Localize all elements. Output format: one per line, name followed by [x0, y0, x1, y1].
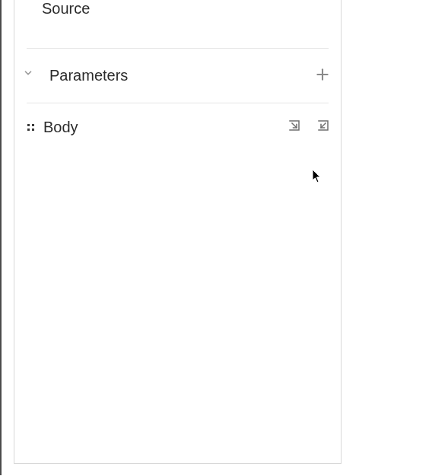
svg-line-6 [292, 123, 297, 128]
svg-rect-2 [27, 124, 30, 126]
export-icon[interactable] [315, 117, 332, 134]
parameters-row[interactable]: Parameters [27, 49, 329, 103]
body-actions [286, 117, 332, 134]
source-label: Source [42, 0, 90, 17]
import-icon[interactable] [286, 117, 303, 134]
svg-rect-5 [32, 129, 34, 131]
svg-rect-4 [27, 129, 30, 131]
body-label: Body [43, 119, 78, 136]
add-parameter-button[interactable] [313, 65, 332, 84]
source-row[interactable]: Source [27, 0, 329, 49]
chevron-down-icon[interactable] [21, 65, 36, 81]
svg-line-7 [321, 123, 326, 128]
svg-rect-3 [32, 124, 34, 126]
body-row[interactable]: Body [27, 109, 329, 152]
panel-left-edge [0, 0, 2, 475]
side-panel: Source Parameters Body [14, 0, 342, 464]
drag-handle-icon[interactable] [25, 122, 37, 134]
parameters-label: Parameters [49, 67, 128, 84]
